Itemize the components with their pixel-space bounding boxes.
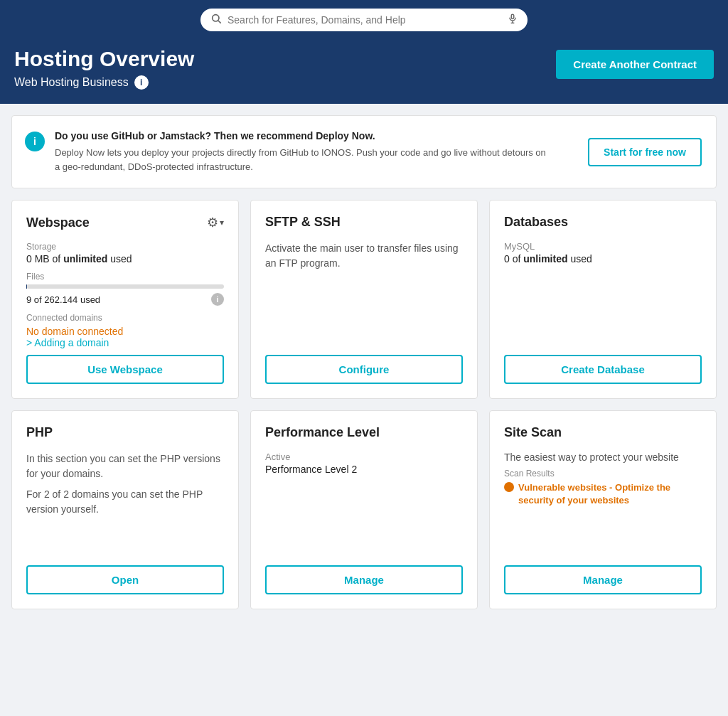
perf-active-value: Performance Level 2: [265, 464, 463, 475]
storage-value: 0 MB of unlimited used: [26, 253, 224, 265]
domains-label: Connected domains: [26, 313, 224, 323]
db-count: 0 of: [504, 253, 520, 265]
sitescan-card-header: Site Scan: [504, 425, 702, 440]
files-count: 9 of 262.144 used: [26, 294, 100, 305]
php-card: PHP In this section you can set the PHP …: [11, 410, 239, 609]
create-database-button[interactable]: Create Database: [504, 355, 702, 384]
top-nav: [0, 0, 728, 40]
microphone-icon[interactable]: [508, 14, 518, 26]
perf-active-label: Active: [265, 451, 463, 462]
files-progress-fill: [26, 284, 27, 289]
search-icon: [210, 13, 222, 27]
scan-result-text: Vulnerable websites - Optimize the secur…: [518, 481, 702, 507]
performance-card-body: Active Performance Level 2: [265, 451, 463, 560]
webspace-title: Webspace: [26, 215, 90, 230]
subtitle-info-icon[interactable]: i: [134, 75, 149, 90]
webspace-card-body: Storage 0 MB of unlimited used Files 9 o…: [26, 242, 224, 349]
sitescan-title: Site Scan: [504, 425, 562, 440]
sftp-card-header: SFTP & SSH: [265, 215, 463, 230]
php-desc-1: In this section you can set the PHP vers…: [26, 451, 224, 481]
performance-title: Performance Level: [265, 425, 380, 440]
php-desc-2: For 2 of 2 domains you can set the PHP v…: [26, 487, 224, 517]
storage-label: Storage: [26, 242, 224, 252]
manage-performance-button[interactable]: Manage: [265, 565, 463, 594]
sftp-card-body: Activate the main user to transfer files…: [265, 241, 463, 349]
chevron-down-icon: ▾: [220, 218, 224, 228]
storage-amount: 0 MB of: [26, 253, 60, 265]
storage-unlimited: unlimited: [63, 253, 107, 265]
no-domain-text: No domain connected: [26, 326, 224, 337]
banner-title: Do you use GitHub or Jamstack? Then we r…: [55, 130, 552, 141]
sftp-title: SFTP & SSH: [265, 215, 341, 230]
svg-point-0: [213, 15, 219, 21]
scan-results-label: Scan Results: [504, 469, 702, 479]
scan-warning-dot: [504, 482, 514, 492]
banner-description: Deploy Now lets you deploy your projects…: [55, 146, 552, 173]
cards-grid: Webspace ⚙ ▾ Storage 0 MB of unlimited u…: [0, 188, 728, 621]
files-progress-bar: [26, 284, 224, 289]
page-title: Hosting Overview: [14, 47, 194, 71]
databases-card: Databases MySQL 0 of unlimited used Crea…: [489, 200, 717, 399]
gear-icon: ⚙: [207, 215, 218, 230]
performance-card: Performance Level Active Performance Lev…: [250, 410, 478, 609]
svg-line-1: [218, 21, 221, 23]
search-input[interactable]: [228, 14, 502, 26]
databases-card-body: MySQL 0 of unlimited used: [504, 241, 702, 349]
databases-card-header: Databases: [504, 215, 702, 230]
promo-banner: i Do you use GitHub or Jamstack? Then we…: [11, 115, 717, 188]
use-webspace-button[interactable]: Use Webspace: [26, 355, 224, 384]
manage-sitescan-button[interactable]: Manage: [504, 565, 702, 594]
db-value: 0 of unlimited used: [504, 253, 702, 265]
db-suffix: used: [570, 253, 592, 265]
php-title: PHP: [26, 425, 53, 440]
page-header-left: Hosting Overview Web Hosting Business i: [14, 47, 194, 90]
sitescan-card: Site Scan The easiest way to protect you…: [489, 410, 717, 609]
files-label: Files: [26, 272, 224, 282]
webspace-card: Webspace ⚙ ▾ Storage 0 MB of unlimited u…: [11, 200, 239, 399]
configure-sftp-button[interactable]: Configure: [265, 355, 463, 384]
banner-cta-button[interactable]: Start for free now: [588, 138, 702, 166]
storage-suffix: used: [110, 253, 132, 265]
sftp-card: SFTP & SSH Activate the main user to tra…: [250, 200, 478, 399]
db-type: MySQL: [504, 241, 702, 252]
db-unlimited: unlimited: [523, 253, 567, 265]
php-card-body: In this section you can set the PHP vers…: [26, 451, 224, 560]
subtitle-text: Web Hosting Business: [14, 76, 129, 89]
php-card-header: PHP: [26, 425, 224, 440]
sitescan-card-body: The easiest way to protect your website …: [504, 451, 702, 560]
performance-card-header: Performance Level: [265, 425, 463, 440]
files-count-row: 9 of 262.144 used i: [26, 293, 224, 306]
webspace-card-header: Webspace ⚙ ▾: [26, 215, 224, 230]
sitescan-description: The easiest way to protect your website: [504, 451, 702, 463]
webspace-gear-button[interactable]: ⚙ ▾: [207, 215, 224, 230]
create-contract-button[interactable]: Create Another Contract: [556, 50, 714, 79]
add-domain-link[interactable]: > Adding a domain: [26, 337, 224, 348]
open-php-button[interactable]: Open: [26, 565, 224, 594]
banner-text: Do you use GitHub or Jamstack? Then we r…: [55, 130, 552, 173]
search-bar[interactable]: [200, 9, 528, 31]
page-header: Hosting Overview Web Hosting Business i …: [0, 40, 728, 104]
scan-result: Vulnerable websites - Optimize the secur…: [504, 481, 702, 507]
banner-info-icon: i: [25, 132, 45, 151]
databases-title: Databases: [504, 215, 568, 230]
sftp-description: Activate the main user to transfer files…: [265, 241, 463, 271]
svg-rect-2: [511, 14, 514, 18]
page-subtitle: Web Hosting Business i: [14, 75, 194, 90]
files-info-icon[interactable]: i: [211, 293, 224, 306]
